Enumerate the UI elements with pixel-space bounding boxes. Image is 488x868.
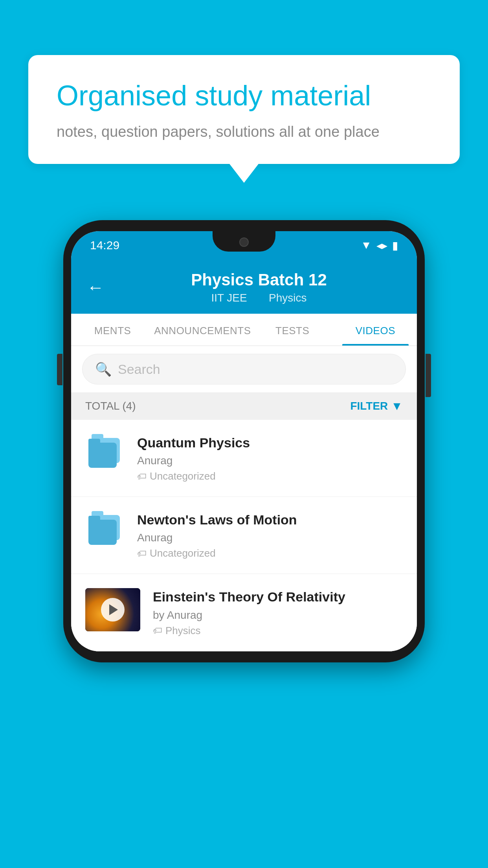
folder-icon-wrap-2	[85, 511, 125, 550]
tag-label: Physics	[165, 625, 201, 637]
folder-icon-wrap-1	[85, 434, 125, 473]
front-camera	[239, 237, 249, 247]
batch-subtitle: IIT JEE Physics	[117, 292, 401, 304]
video-tag: 🏷 Physics	[153, 625, 403, 637]
video-title: Newton's Laws of Motion	[137, 511, 403, 528]
batch-title: Physics Batch 12	[117, 270, 401, 289]
tag-label: Uncategorized	[150, 470, 216, 482]
video-thumbnail-3	[85, 588, 140, 631]
search-bar[interactable]: 🔍 Search	[82, 354, 406, 384]
filter-label: FILTER	[350, 400, 388, 412]
filter-button[interactable]: FILTER ▼	[350, 399, 403, 413]
status-icons: ▼ ◂▸ ▮	[361, 239, 398, 252]
phone-screen: 14:29 ▼ ◂▸ ▮ ← Physics Batch 12 IIT JEE …	[71, 231, 417, 651]
subtitle-divider	[257, 292, 263, 304]
status-time: 14:29	[90, 239, 119, 252]
list-item[interactable]: Quantum Physics Anurag 🏷 Uncategorized	[71, 420, 417, 497]
battery-icon: ▮	[392, 239, 398, 252]
filter-bar: TOTAL (4) FILTER ▼	[71, 392, 417, 420]
wifi-icon: ▼	[361, 239, 372, 252]
video-title: Einstein's Theory Of Relativity	[153, 588, 403, 605]
list-item[interactable]: Newton's Laws of Motion Anurag 🏷 Uncateg…	[71, 497, 417, 574]
video-list: Quantum Physics Anurag 🏷 Uncategorized	[71, 420, 417, 651]
video-author: by Anurag	[153, 609, 403, 622]
bubble-title: Organised study material	[57, 79, 431, 112]
video-title: Quantum Physics	[137, 434, 403, 451]
tab-tests[interactable]: TESTS	[251, 314, 334, 346]
signal-icon: ◂▸	[376, 239, 387, 252]
back-button[interactable]: ←	[87, 279, 104, 296]
total-count: TOTAL (4)	[85, 400, 136, 412]
search-input[interactable]: Search	[118, 362, 160, 377]
tab-announcements[interactable]: ANNOUNCEMENTS	[154, 314, 251, 346]
filter-icon: ▼	[391, 399, 403, 413]
subtitle-iit: IIT JEE	[211, 292, 247, 304]
bubble-subtitle: notes, question papers, solutions all at…	[57, 123, 431, 140]
header-center: Physics Batch 12 IIT JEE Physics	[117, 270, 401, 304]
speech-bubble-card: Organised study material notes, question…	[28, 55, 460, 164]
phone-notch	[213, 231, 275, 252]
video-author: Anurag	[137, 454, 403, 467]
folder-double-icon	[88, 515, 121, 546]
tab-videos[interactable]: VIDEOS	[334, 314, 417, 346]
video-author: Anurag	[137, 531, 403, 544]
search-container: 🔍 Search	[71, 346, 417, 392]
video-tag: 🏷 Uncategorized	[137, 470, 403, 482]
phone-mockup: 14:29 ▼ ◂▸ ▮ ← Physics Batch 12 IIT JEE …	[63, 220, 425, 662]
video-info-1: Quantum Physics Anurag 🏷 Uncategorized	[137, 434, 403, 482]
folder-front	[88, 520, 117, 545]
list-item[interactable]: Einstein's Theory Of Relativity by Anura…	[71, 574, 417, 651]
folder-front	[88, 443, 117, 468]
tag-icon: 🏷	[153, 625, 162, 636]
tabs-bar: MENTS ANNOUNCEMENTS TESTS VIDEOS	[71, 314, 417, 346]
app-header: ← Physics Batch 12 IIT JEE Physics	[71, 259, 417, 314]
tag-label: Uncategorized	[150, 547, 216, 559]
tag-icon: 🏷	[137, 548, 147, 559]
tag-icon: 🏷	[137, 471, 147, 482]
video-info-2: Newton's Laws of Motion Anurag 🏷 Uncateg…	[137, 511, 403, 559]
video-info-3: Einstein's Theory Of Relativity by Anura…	[153, 588, 403, 636]
status-bar: 14:29 ▼ ◂▸ ▮	[71, 231, 417, 259]
folder-double-icon	[88, 438, 121, 469]
search-icon: 🔍	[95, 361, 112, 377]
video-tag: 🏷 Uncategorized	[137, 547, 403, 559]
tab-ments[interactable]: MENTS	[71, 314, 154, 346]
play-triangle-icon	[109, 604, 118, 615]
phone-outer-shell: 14:29 ▼ ◂▸ ▮ ← Physics Batch 12 IIT JEE …	[63, 220, 425, 662]
speech-bubble-section: Organised study material notes, question…	[28, 55, 460, 164]
play-button[interactable]	[101, 598, 125, 622]
subtitle-physics: Physics	[269, 292, 306, 304]
